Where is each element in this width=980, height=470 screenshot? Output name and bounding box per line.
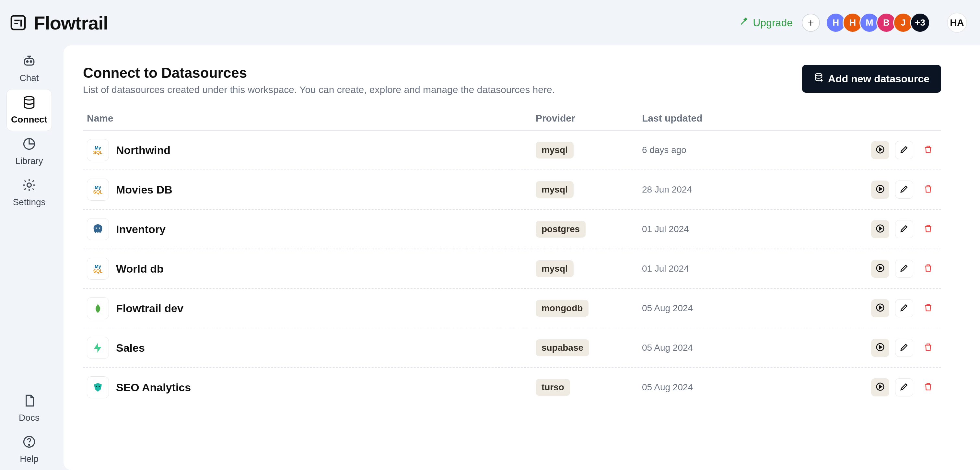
table-row: SEO Analyticsturso05 Aug 2024: [83, 368, 941, 407]
mongodb-icon: [87, 297, 109, 319]
datasource-name: Flowtrail dev: [116, 302, 183, 315]
sidebar-item-label: Chat: [19, 73, 38, 83]
run-button[interactable]: [871, 220, 889, 238]
table-row: Flowtrail devmongodb05 Aug 2024: [83, 289, 941, 328]
col-name: Name: [87, 113, 536, 124]
page-title: Connect to Datasources: [83, 65, 555, 81]
upgrade-link[interactable]: Upgrade: [739, 16, 793, 29]
add-member-button[interactable]: +: [802, 14, 820, 32]
edit-button[interactable]: [895, 339, 913, 357]
delete-button[interactable]: [919, 378, 937, 397]
mysql-icon: MySQL: [87, 139, 109, 161]
edit-button[interactable]: [895, 141, 913, 159]
svg-rect-1: [24, 59, 34, 65]
delete-button[interactable]: [919, 220, 937, 238]
add-datasource-label: Add new datasource: [828, 73, 929, 85]
datasource-name: Movies DB: [116, 183, 172, 196]
member-avatar-more[interactable]: +3: [910, 13, 930, 33]
topbar: Flowtrail Upgrade + HHMBJ+3 HA: [0, 0, 980, 45]
sidebar-item-library[interactable]: Library: [6, 131, 52, 172]
database-icon: [22, 95, 36, 112]
delete-button[interactable]: [919, 180, 937, 199]
delete-button[interactable]: [919, 141, 937, 159]
mysql-icon: MySQL: [87, 178, 109, 201]
trash-icon: [923, 382, 933, 393]
edit-button[interactable]: [895, 260, 913, 278]
sidebar-item-docs[interactable]: Docs: [6, 388, 52, 429]
sidebar-item-label: Settings: [13, 197, 45, 207]
delete-button[interactable]: [919, 299, 937, 317]
run-button[interactable]: [871, 339, 889, 357]
robot-icon: [22, 54, 36, 70]
provider-pill: mysql: [536, 181, 574, 198]
table-row: MySQLNorthwindmysql6 days ago: [83, 131, 941, 170]
provider-pill: turso: [536, 379, 570, 396]
member-avatars: HHMBJ+3: [829, 13, 930, 33]
sidebar-item-chat[interactable]: Chat: [6, 48, 52, 89]
sidebar-item-label: Connect: [11, 115, 47, 125]
datasources-table: Name Provider Last updated MySQLNorthwin…: [83, 107, 941, 407]
last-updated: 01 Jul 2024: [642, 263, 807, 274]
help-icon: [22, 435, 36, 451]
table-row: Salessupabase05 Aug 2024: [83, 328, 941, 368]
last-updated: 28 Jun 2024: [642, 185, 807, 195]
provider-pill: mongodb: [536, 300, 589, 317]
run-button[interactable]: [871, 299, 889, 317]
run-button[interactable]: [871, 141, 889, 159]
sidebar: ChatConnectLibrarySettings DocsHelp: [0, 45, 58, 470]
run-button[interactable]: [871, 260, 889, 278]
sidebar-item-connect[interactable]: Connect: [6, 89, 52, 131]
sidebar-item-settings[interactable]: Settings: [6, 172, 52, 213]
pencil-icon: [899, 382, 909, 393]
run-button[interactable]: [871, 180, 889, 199]
add-datasource-button[interactable]: Add new datasource: [802, 65, 941, 93]
col-provider: Provider: [536, 113, 642, 124]
doc-icon: [22, 394, 36, 410]
trash-icon: [923, 224, 933, 235]
brand-logo-icon: [8, 12, 29, 33]
edit-button[interactable]: [895, 299, 913, 317]
datasource-name: World db: [116, 263, 164, 275]
delete-button[interactable]: [919, 339, 937, 357]
pencil-icon: [899, 342, 909, 353]
run-button[interactable]: [871, 378, 889, 397]
main-panel: Connect to Datasources List of datasourc…: [64, 45, 980, 470]
pencil-icon: [899, 303, 909, 314]
col-updated: Last updated: [642, 113, 807, 124]
pencil-icon: [899, 184, 909, 195]
datasource-name: SEO Analytics: [116, 381, 191, 394]
trash-icon: [923, 342, 933, 353]
last-updated: 05 Aug 2024: [642, 343, 807, 353]
play-circle-icon: [875, 263, 885, 274]
gear-icon: [22, 178, 36, 194]
sidebar-item-help[interactable]: Help: [6, 429, 52, 470]
last-updated: 05 Aug 2024: [642, 382, 807, 392]
play-circle-icon: [875, 382, 885, 393]
svg-point-8: [29, 445, 30, 445]
last-updated: 01 Jul 2024: [642, 224, 807, 234]
table-row: MySQLWorld dbmysql01 Jul 2024: [83, 249, 941, 289]
svg-point-3: [30, 61, 32, 62]
sidebar-item-label: Help: [20, 454, 38, 464]
play-circle-icon: [875, 224, 885, 235]
turso-icon: [87, 376, 109, 398]
edit-button[interactable]: [895, 220, 913, 238]
edit-button[interactable]: [895, 378, 913, 397]
edit-button[interactable]: [895, 180, 913, 199]
svg-point-18: [95, 386, 97, 387]
trash-icon: [923, 303, 933, 314]
mysql-icon: MySQL: [87, 258, 109, 280]
brand[interactable]: Flowtrail: [8, 12, 108, 34]
svg-point-12: [95, 228, 97, 229]
pencil-icon: [899, 263, 909, 274]
current-user-avatar[interactable]: HA: [947, 13, 967, 33]
svg-point-6: [27, 183, 32, 187]
upgrade-label: Upgrade: [753, 17, 793, 29]
delete-button[interactable]: [919, 260, 937, 278]
provider-pill: supabase: [536, 339, 589, 356]
table-row: Inventorypostgres01 Jul 2024: [83, 210, 941, 249]
play-circle-icon: [875, 342, 885, 353]
datasource-name: Inventory: [116, 223, 165, 236]
provider-pill: mysql: [536, 260, 574, 277]
sidebar-item-label: Library: [15, 156, 43, 166]
